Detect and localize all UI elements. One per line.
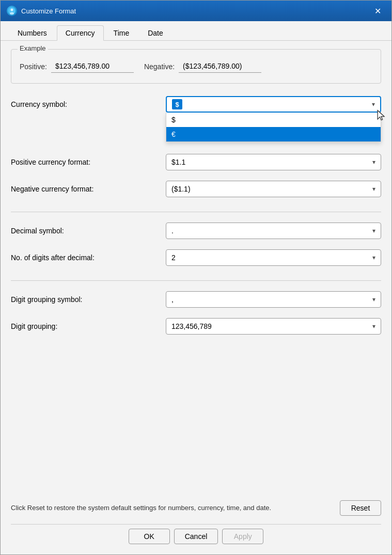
digit-grouping-symbol-control: , ▾ xyxy=(166,291,381,308)
positive-value: $123,456,789.00 xyxy=(51,60,134,73)
currency-symbol-row: Currency symbol: $ ▾ $ € xyxy=(11,96,381,113)
positive-format-value: $1.1 xyxy=(171,158,185,166)
ok-button[interactable]: OK xyxy=(129,529,170,544)
negative-format-control: ($1.1) ▾ xyxy=(166,181,381,197)
digit-grouping-value: 123,456,789 xyxy=(171,322,212,330)
digits-after-decimal-label: No. of digits after decimal: xyxy=(11,253,166,262)
currency-symbol-control: $ ▾ $ € xyxy=(166,96,381,113)
negative-format-dropdown[interactable]: ($1.1) ▾ xyxy=(166,181,381,197)
tab-date[interactable]: Date xyxy=(139,25,172,40)
currency-symbol-selected: $ xyxy=(172,99,184,109)
divider2 xyxy=(11,280,381,281)
negative-format-value: ($1.1) xyxy=(171,185,191,193)
tab-time[interactable]: Time xyxy=(105,25,138,40)
decimal-symbol-row: Decimal symbol: . ▾ xyxy=(11,223,381,239)
digits-after-decimal-control: 2 ▾ xyxy=(166,249,381,266)
negative-format-row: Negative currency format: ($1.1) ▾ xyxy=(11,181,381,197)
positive-format-dropdown[interactable]: $1.1 ▾ xyxy=(166,154,381,170)
svg-point-1 xyxy=(11,9,13,11)
currency-option-dollar[interactable]: $ xyxy=(166,113,381,127)
digits-after-decimal-row: No. of digits after decimal: 2 ▾ xyxy=(11,249,381,266)
example-row: Positive: $123,456,789.00 Negative: ($12… xyxy=(20,60,372,73)
positive-format-row: Positive currency format: $1.1 ▾ xyxy=(11,154,381,170)
reset-text: Click Reset to restore the system defaul… xyxy=(11,503,332,513)
tabs-bar: Numbers Currency Time Date xyxy=(1,21,391,41)
tab-currency[interactable]: Currency xyxy=(57,25,104,41)
bottom-area: Click Reset to restore the system defaul… xyxy=(1,494,391,554)
decimal-symbol-label: Decimal symbol: xyxy=(11,227,166,235)
negative-example: Negative: ($123,456,789.00) xyxy=(144,60,261,73)
divider1 xyxy=(11,212,381,212)
decimal-symbol-dropdown[interactable]: . ▾ xyxy=(166,223,381,239)
reset-button[interactable]: Reset xyxy=(340,500,381,516)
positive-format-control: $1.1 ▾ xyxy=(166,154,381,170)
currency-symbol-label: Currency symbol: xyxy=(11,100,166,108)
digits-after-decimal-arrow: ▾ xyxy=(372,254,375,261)
window-title: Customize Format xyxy=(21,7,370,15)
action-row: OK Cancel Apply xyxy=(11,524,381,548)
apply-button[interactable]: Apply xyxy=(222,529,263,544)
negative-format-label: Negative currency format: xyxy=(11,185,166,193)
negative-label: Negative: xyxy=(144,62,175,71)
currency-symbol-arrow: ▾ xyxy=(372,101,375,108)
negative-format-arrow: ▾ xyxy=(372,185,375,193)
positive-format-arrow: ▾ xyxy=(372,158,375,166)
positive-format-label: Positive currency format: xyxy=(11,158,166,166)
title-bar: Customize Format ✕ xyxy=(1,1,391,21)
main-content: Example Positive: $123,456,789.00 Negati… xyxy=(1,41,391,494)
digit-grouping-symbol-arrow: ▾ xyxy=(372,296,375,303)
digit-grouping-control: 123,456,789 ▾ xyxy=(166,318,381,335)
digit-grouping-symbol-row: Digit grouping symbol: , ▾ xyxy=(11,291,381,308)
digit-grouping-row: Digit grouping: 123,456,789 ▾ xyxy=(11,318,381,335)
svg-point-2 xyxy=(10,12,14,15)
decimal-symbol-value: . xyxy=(171,227,174,235)
digit-grouping-symbol-label: Digit grouping symbol: xyxy=(11,295,166,304)
app-icon xyxy=(7,6,17,16)
digit-grouping-symbol-value: , xyxy=(171,295,174,304)
digit-grouping-dropdown[interactable]: 123,456,789 ▾ xyxy=(166,318,381,335)
decimal-symbol-arrow: ▾ xyxy=(372,227,375,234)
currency-symbol-dropdown[interactable]: $ ▾ xyxy=(166,96,381,113)
example-group: Example Positive: $123,456,789.00 Negati… xyxy=(11,49,381,84)
currency-option-euro[interactable]: € xyxy=(166,127,381,141)
digit-grouping-arrow: ▾ xyxy=(372,323,375,330)
form-rows: Currency symbol: $ ▾ $ € xyxy=(11,96,381,345)
negative-value: ($123,456,789.00) xyxy=(179,60,261,73)
reset-row: Click Reset to restore the system defaul… xyxy=(11,500,381,516)
digits-after-decimal-dropdown[interactable]: 2 ▾ xyxy=(166,249,381,266)
customize-format-window: Customize Format ✕ Numbers Currency Time… xyxy=(0,0,392,555)
cancel-button[interactable]: Cancel xyxy=(174,529,218,544)
decimal-symbol-control: . ▾ xyxy=(166,223,381,239)
currency-symbol-menu: $ € xyxy=(166,113,381,142)
example-legend: Example xyxy=(18,44,48,52)
digit-grouping-symbol-dropdown[interactable]: , ▾ xyxy=(166,291,381,308)
currency-symbol-icon: $ xyxy=(172,99,182,109)
close-button[interactable]: ✕ xyxy=(370,3,385,19)
positive-label: Positive: xyxy=(20,62,47,71)
digit-grouping-label: Digit grouping: xyxy=(11,322,166,330)
tab-numbers[interactable]: Numbers xyxy=(9,25,56,40)
digits-after-decimal-value: 2 xyxy=(171,253,176,262)
positive-example: Positive: $123,456,789.00 xyxy=(20,60,134,73)
